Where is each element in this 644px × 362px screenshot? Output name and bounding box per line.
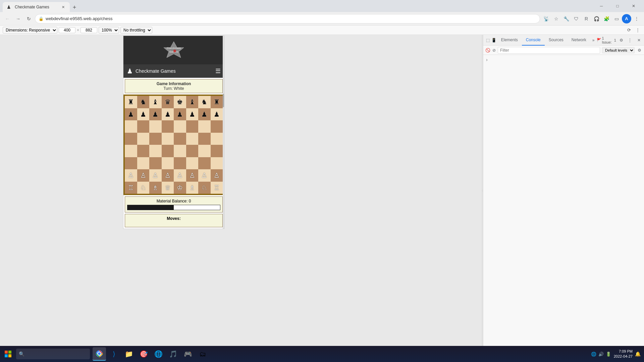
chess-square[interactable]: ♗ xyxy=(149,182,162,194)
chess-square[interactable]: ♜ xyxy=(211,96,223,108)
chess-board[interactable]: ♜♞♝♛♚♝♞♜♟♟♟♟♟♟♟♟♙♙♙♙♙♙♙♙♖♘♗♕♔♗♘♖ xyxy=(125,96,223,194)
back-button[interactable]: ← xyxy=(3,14,12,23)
chess-square[interactable] xyxy=(125,157,137,170)
address-bar[interactable]: 🔒 webdevfinal-e9585.web.app/chess xyxy=(35,14,540,23)
chess-square[interactable] xyxy=(211,157,223,170)
chess-square[interactable]: ♟ xyxy=(125,108,137,121)
close-button[interactable]: ✕ xyxy=(626,0,641,12)
notification-button[interactable]: 🔔 xyxy=(635,352,640,356)
more-tabs-button[interactable]: » xyxy=(590,38,597,43)
devtools-dock-button[interactable]: ✕ xyxy=(635,36,643,44)
profile-button[interactable]: A xyxy=(622,14,631,23)
chess-square[interactable] xyxy=(198,120,211,133)
mobile-scrollbar[interactable] xyxy=(223,36,224,229)
taskbar-app4[interactable]: 🎯 xyxy=(137,347,150,361)
chess-square[interactable]: ♙ xyxy=(198,169,211,182)
chess-square[interactable]: ♜ xyxy=(125,96,137,108)
new-tab-button[interactable]: + xyxy=(70,3,79,12)
taskbar-app7[interactable]: 🎮 xyxy=(181,347,195,361)
chess-square[interactable] xyxy=(137,157,150,170)
chess-square[interactable]: ♟ xyxy=(186,108,199,121)
taskbar-files-app[interactable]: 📁 xyxy=(122,347,136,361)
chess-square[interactable]: ♙ xyxy=(137,169,150,182)
chess-square[interactable] xyxy=(162,120,174,133)
filter-input[interactable] xyxy=(498,47,600,54)
chess-square[interactable] xyxy=(149,133,162,145)
width-input[interactable] xyxy=(59,27,75,33)
chess-square[interactable] xyxy=(198,157,211,170)
filter-toggle-icon[interactable]: ⊘ xyxy=(492,48,496,53)
chess-square[interactable]: ♙ xyxy=(149,169,162,182)
extension1-button[interactable]: 🔧 xyxy=(561,14,571,23)
chess-square[interactable] xyxy=(211,145,223,157)
chess-square[interactable]: ♙ xyxy=(125,169,137,182)
chess-square[interactable] xyxy=(125,120,137,133)
chess-square[interactable] xyxy=(186,120,199,133)
issues-gear-icon[interactable]: ⚙ xyxy=(637,48,642,53)
start-button[interactable] xyxy=(1,347,15,361)
chess-square[interactable] xyxy=(174,120,186,133)
tab-close-button[interactable]: ✕ xyxy=(60,4,66,10)
extension2-button[interactable]: 🛡 xyxy=(572,14,581,23)
sidebar-button[interactable]: ▭ xyxy=(612,14,621,23)
chess-square[interactable] xyxy=(162,133,174,145)
chess-square[interactable] xyxy=(186,157,199,170)
devtools-settings-button[interactable]: ⚙ xyxy=(618,36,625,44)
chess-square[interactable] xyxy=(125,145,137,157)
chess-square[interactable] xyxy=(162,145,174,157)
chess-square[interactable] xyxy=(125,133,137,145)
throttle-select[interactable]: No throttling xyxy=(120,27,152,34)
chess-square[interactable] xyxy=(137,120,150,133)
chess-square[interactable]: ♟ xyxy=(174,108,186,121)
chess-square[interactable]: ♔ xyxy=(174,182,186,194)
chess-square[interactable] xyxy=(149,157,162,170)
chess-square[interactable]: ♝ xyxy=(149,96,162,108)
bookmark-button[interactable]: ☆ xyxy=(551,14,561,23)
active-tab[interactable]: ♟ Checkmate Games ✕ xyxy=(3,2,70,12)
more-options-icon[interactable]: ⋮ xyxy=(634,26,641,34)
extensions-button[interactable]: 🧩 xyxy=(602,14,611,23)
battery-icon[interactable]: 🔋 xyxy=(606,352,611,357)
chess-square[interactable]: ♗ xyxy=(186,182,199,194)
chess-square[interactable]: ♙ xyxy=(211,169,223,182)
reload-button[interactable]: ↻ xyxy=(24,14,34,23)
chess-square[interactable] xyxy=(211,133,223,145)
chess-square[interactable] xyxy=(198,133,211,145)
chess-square[interactable]: ♟ xyxy=(137,108,150,121)
extension3-button[interactable]: R xyxy=(582,14,591,23)
zoom-select[interactable]: 100% xyxy=(99,27,119,34)
tab-sources[interactable]: Sources xyxy=(545,35,568,46)
chess-square[interactable] xyxy=(174,157,186,170)
taskbar-search[interactable]: 🔍 xyxy=(16,349,90,359)
cast-button[interactable]: 📡 xyxy=(541,14,551,23)
chess-square[interactable]: ♟ xyxy=(211,108,223,121)
chess-square[interactable]: ♕ xyxy=(162,182,174,194)
chess-square[interactable]: ♛ xyxy=(162,96,174,108)
chess-square[interactable]: ♟ xyxy=(198,108,211,121)
taskbar-chrome-app[interactable] xyxy=(93,347,106,361)
chess-square[interactable]: ♞ xyxy=(137,96,150,108)
chess-square[interactable]: ♘ xyxy=(198,182,211,194)
network-icon[interactable]: 🌐 xyxy=(591,352,596,357)
rotate-icon[interactable]: ⟳ xyxy=(625,26,633,34)
tab-network[interactable]: Network xyxy=(568,35,590,46)
chess-square[interactable] xyxy=(186,145,199,157)
chess-square[interactable]: ♟ xyxy=(149,108,162,121)
maximize-button[interactable]: □ xyxy=(610,0,625,12)
taskbar-app8[interactable]: 🗂 xyxy=(196,347,209,361)
extension4-button[interactable]: 🎧 xyxy=(592,14,601,23)
chess-square[interactable]: ♞ xyxy=(198,96,211,108)
chess-square[interactable] xyxy=(137,145,150,157)
chess-square[interactable] xyxy=(174,133,186,145)
volume-icon[interactable]: 🔊 xyxy=(598,352,604,357)
device-toolbar-button[interactable]: 📱 xyxy=(491,36,497,44)
chess-square[interactable] xyxy=(149,120,162,133)
taskbar-clock[interactable]: 7:09 PM 2022-04-27 xyxy=(614,349,633,359)
chess-square[interactable]: ♙ xyxy=(186,169,199,182)
taskbar-vscode-app[interactable]: ⟩ xyxy=(107,347,121,361)
chess-square[interactable]: ♙ xyxy=(174,169,186,182)
chess-square[interactable] xyxy=(162,157,174,170)
default-levels-select[interactable]: Default levels xyxy=(602,47,635,53)
chess-square[interactable]: ♖ xyxy=(125,182,137,194)
minimize-button[interactable]: ─ xyxy=(594,0,609,12)
